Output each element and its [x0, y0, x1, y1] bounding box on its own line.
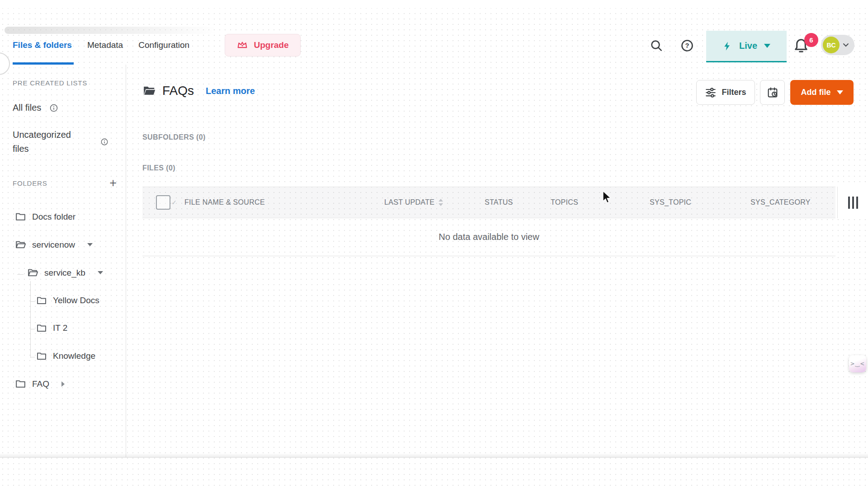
tab-configuration[interactable]: Configuration — [138, 26, 189, 65]
column-header-status[interactable]: STATUS — [485, 187, 513, 218]
content-bottom-divider — [0, 453, 868, 458]
top-white-strip — [0, 0, 868, 8]
uncategorized-files-label: Uncategorized files — [13, 128, 80, 156]
assistant-widget-button[interactable]: >‿< — [849, 355, 866, 372]
select-all-checkbox[interactable] — [156, 195, 170, 210]
add-folder-button[interactable]: + — [109, 178, 117, 188]
tab-metadata[interactable]: Metadata — [87, 26, 123, 65]
sort-icon[interactable] — [436, 187, 445, 218]
folder-label: Knowledge — [53, 351, 95, 361]
learn-more-link[interactable]: Learn more — [206, 86, 255, 96]
account-menu[interactable]: BC — [821, 35, 854, 55]
folder-item-service-kb[interactable]: service_kb — [27, 267, 103, 278]
folder-closed-icon — [36, 351, 47, 361]
column-header-topics[interactable]: TOPICS — [551, 187, 578, 218]
folder-closed-icon — [15, 211, 26, 222]
tree-guide-line — [30, 281, 31, 358]
collapse-caret-icon[interactable] — [87, 243, 93, 246]
folder-item-knowledge[interactable]: Knowledge — [36, 351, 95, 361]
tab-files-folders-label: Files & folders — [13, 40, 72, 50]
page-header: FAQs Learn more — [142, 84, 255, 98]
folder-open-icon — [15, 239, 26, 250]
folder-item-servicenow[interactable]: servicenow — [15, 239, 93, 250]
add-file-label: Add file — [801, 88, 831, 97]
folder-closed-icon — [15, 378, 26, 389]
page-title: FAQs — [162, 84, 194, 98]
calendar-clock-icon — [766, 86, 779, 99]
folder-label: FAQ — [32, 379, 49, 389]
lightning-bolt-icon — [722, 40, 732, 52]
folder-label: Yellow Docs — [53, 296, 99, 305]
app-canvas: Files & folders Metadata Configuration U… — [0, 0, 868, 488]
pre-created-lists-header: PRE CREATED LISTS — [13, 79, 87, 87]
svg-text:?: ? — [685, 42, 689, 49]
column-header-sys-category[interactable]: SYS_CATEGORY — [750, 187, 811, 218]
info-icon[interactable] — [100, 138, 108, 146]
info-icon[interactable] — [49, 103, 58, 113]
folder-item-docs-folder[interactable]: Docs folder — [15, 211, 75, 222]
help-icon: ? — [680, 38, 694, 53]
folder-item-it-2[interactable]: IT 2 — [36, 323, 67, 333]
tab-metadata-label: Metadata — [87, 40, 123, 50]
folder-closed-icon — [36, 323, 47, 333]
column-header-sys-topic[interactable]: SYS_TOPIC — [650, 187, 691, 218]
tree-guide-stub — [30, 301, 35, 302]
avatar: BC — [823, 37, 840, 53]
sidebar-item-all-files[interactable]: All files — [13, 103, 58, 113]
main-content: FAQs Learn more Filters Add file SUBFOLD… — [142, 65, 868, 457]
tree-guide-stub — [30, 357, 35, 357]
filters-button[interactable]: Filters — [696, 80, 755, 105]
notifications-button[interactable]: 6 — [792, 37, 813, 57]
folder-label: servicenow — [32, 240, 75, 250]
column-header-file-name-source[interactable]: FILE NAME & SOURCE — [184, 187, 265, 218]
subfolders-count-label: SUBFOLDERS (0) — [142, 133, 206, 141]
folder-label: service_kb — [44, 268, 85, 278]
folder-item-faq[interactable]: FAQ — [15, 378, 65, 389]
live-environment-button[interactable]: Live — [706, 31, 787, 62]
folder-label: Docs folder — [32, 212, 75, 222]
crown-icon — [236, 39, 248, 51]
tree-guide-stub — [30, 329, 35, 329]
folder-item-yellow-docs[interactable]: Yellow Docs — [36, 295, 99, 306]
folders-section-header: FOLDERS + — [13, 178, 117, 188]
folder-open-filled-icon — [142, 84, 156, 98]
chevron-down-icon — [837, 90, 843, 94]
upgrade-button[interactable]: Upgrade — [225, 34, 301, 56]
help-button[interactable]: ? — [679, 38, 695, 54]
column-header-last-update[interactable]: LAST UPDATE — [384, 187, 434, 218]
filters-label: Filters — [722, 88, 746, 97]
tree-guide-stub — [17, 274, 24, 275]
live-label: Live — [739, 41, 757, 51]
sidebar-item-uncategorized-files[interactable]: Uncategorized files — [13, 128, 108, 156]
chevron-down-icon — [764, 44, 770, 48]
folder-open-icon — [27, 267, 38, 278]
search-button[interactable] — [648, 38, 665, 54]
tab-bar: Files & folders Metadata Configuration — [13, 26, 189, 65]
files-count-label: FILES (0) — [142, 164, 175, 172]
filter-sliders-icon — [705, 87, 717, 99]
upgrade-label: Upgrade — [254, 40, 288, 50]
expand-caret-icon[interactable] — [61, 381, 65, 387]
top-bar: Files & folders Metadata Configuration U… — [0, 26, 868, 65]
date-filter-button[interactable] — [760, 80, 785, 105]
notification-badge: 6 — [804, 33, 818, 47]
chevron-down-icon — [843, 43, 849, 47]
search-icon — [649, 38, 664, 53]
empty-state-message: No data available to view — [142, 218, 835, 256]
add-file-button[interactable]: Add file — [790, 80, 854, 105]
folder-label: IT 2 — [53, 323, 67, 333]
tab-configuration-label: Configuration — [138, 40, 189, 50]
sidebar: PRE CREATED LISTS All files Uncategorize… — [0, 65, 126, 457]
folder-closed-icon — [36, 295, 47, 306]
files-table-header: FILE NAME & SOURCE LAST UPDATE STATUS TO… — [142, 187, 835, 218]
collapse-caret-icon[interactable] — [98, 271, 103, 274]
folders-header-label: FOLDERS — [13, 179, 47, 187]
all-files-label: All files — [13, 103, 41, 113]
columns-icon — [848, 197, 858, 209]
tab-files-folders[interactable]: Files & folders — [13, 26, 72, 65]
column-settings-button[interactable] — [837, 187, 868, 218]
